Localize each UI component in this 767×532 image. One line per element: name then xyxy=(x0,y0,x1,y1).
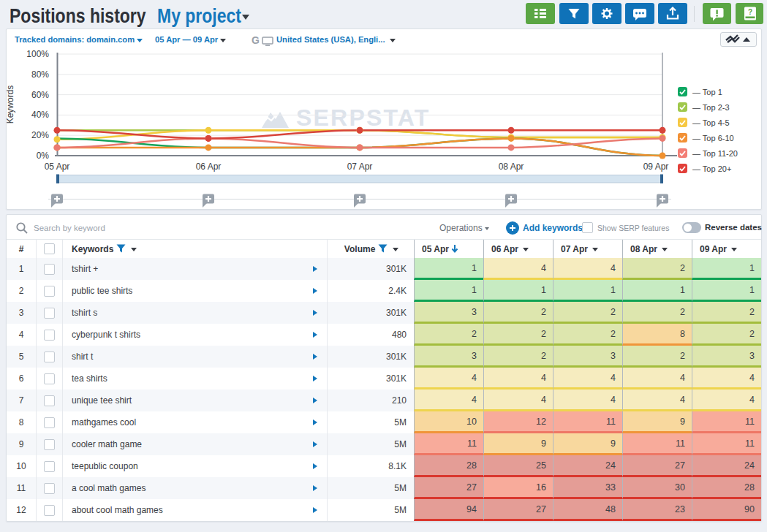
svg-text:07 Apr: 07 Apr xyxy=(347,162,373,172)
svg-text:08 Apr: 08 Apr xyxy=(499,162,524,172)
svg-text:09 Apr: 09 Apr xyxy=(643,162,669,172)
svg-text:100%: 100% xyxy=(26,49,49,59)
svg-text:Keywords: Keywords xyxy=(7,86,15,124)
svg-text:06 Apr: 06 Apr xyxy=(196,162,222,172)
svg-text:?: ? xyxy=(747,8,752,16)
svg-text:80%: 80% xyxy=(31,69,49,80)
svg-text:SERPSTAT: SERPSTAT xyxy=(296,104,431,131)
svg-text:60%: 60% xyxy=(31,90,49,100)
svg-text:20%: 20% xyxy=(31,130,49,140)
svg-text:05 Apr: 05 Apr xyxy=(45,162,70,172)
svg-text:40%: 40% xyxy=(31,110,49,120)
svg-text:0%: 0% xyxy=(37,151,50,161)
